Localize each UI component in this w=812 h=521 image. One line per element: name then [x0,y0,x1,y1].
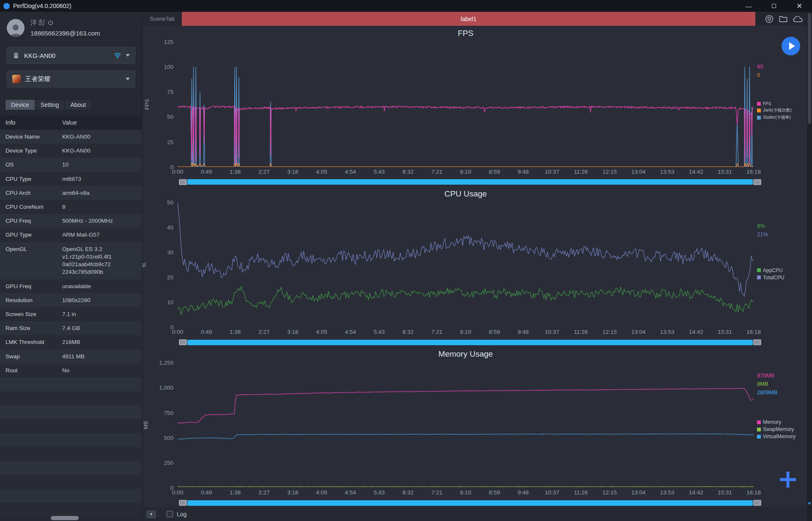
x-tick-label: 11:26 [574,169,588,175]
legend-label: TotalCPU [763,275,785,281]
folder-icon[interactable] [779,15,787,22]
scene-tab[interactable]: SceneTab [143,12,182,26]
scroll-grip-right[interactable] [753,339,761,345]
y-axis: % 50403020100 [143,202,178,327]
scroll-track[interactable] [187,179,753,185]
y-tick-label: 40 [167,224,173,230]
expand-button[interactable]: ▼ [147,510,156,518]
y-axis-label: FPS [144,99,150,109]
info-cell: Device Type [0,144,57,158]
scroll-grip-right[interactable] [753,179,761,185]
plus-icon [778,470,798,489]
power-icon[interactable] [48,20,53,25]
scroll-track[interactable] [187,500,753,506]
device-select[interactable]: KKG-AN00 [7,47,135,64]
chart-title: Memory Usage [178,346,754,363]
vertical-scrollbar[interactable] [807,12,812,521]
memory-chart: Memory Usage MB 1,2501,0007505002500 878… [143,346,807,507]
cloud-icon[interactable] [793,16,803,22]
scroll-grip-left[interactable] [179,500,187,506]
legend-item[interactable]: AppCPU [757,267,785,273]
header-value: Value [57,115,142,130]
current-value: 2809MB [757,389,777,396]
x-tick-label: 10:37 [545,169,559,175]
tab-about[interactable]: About [64,99,92,110]
log-toggle[interactable]: Log [167,511,187,518]
x-tick-label: 5:43 [374,329,385,335]
value-cell: 1080x2280 [57,293,142,307]
value-cell [57,489,142,503]
legend-item[interactable]: SwapMemory [757,426,796,432]
current-values: 878MB8MB2809MB [757,372,777,396]
scroll-grip-right[interactable] [753,500,761,506]
close-button[interactable]: ✕ [787,0,812,12]
legend-swatch-icon [757,420,761,424]
plot-area[interactable] [178,202,754,327]
user-row: 洋 彭 18865662396@163.com [0,12,142,40]
plot-area[interactable] [178,42,754,167]
app-select-value: 王者荣耀 [25,75,121,83]
y-axis: FPS 1251007550250 [143,42,178,167]
current-value: 8MB [757,381,777,387]
value-cell [57,475,142,489]
scene-bar: SceneTab label1 [143,12,807,26]
legend-item[interactable]: Jank(卡顿次数) [757,107,792,113]
bottom-bar: ▼ Log [143,507,807,521]
y-ticks: 1,2501,0007505002500 [154,363,173,488]
sidebar-hscrollbar-thumb[interactable] [51,516,79,520]
chart-hscrollbar[interactable] [179,499,761,507]
maximize-icon [772,4,776,8]
scroll-grip-left[interactable] [179,339,187,345]
current-value: 878MB [757,372,777,379]
legend-item[interactable]: FPS [757,101,792,106]
header-info: Info [0,115,57,130]
series-totalcpu [178,202,754,296]
scroll-down-arrow-icon[interactable] [808,502,811,505]
legend-item[interactable]: VirtualMemory [757,434,796,439]
vertical-scrollbar-thumb[interactable] [808,13,811,124]
play-button[interactable] [782,37,800,55]
value-cell: 500MHz - 2000MHz [57,214,142,228]
log-checkbox[interactable] [167,511,173,517]
table-row: CPU Freq500MHz - 2000MHz [0,214,142,228]
legend-item[interactable]: Memory [757,419,796,425]
chart-title: FPS [178,26,754,42]
minimize-button[interactable]: — [736,0,761,12]
x-tick-label: 15:31 [718,169,732,175]
tab-device[interactable]: Device [5,99,35,110]
legend-item[interactable]: Stutter(卡顿率) [757,115,792,120]
series-appcpu [178,286,754,314]
scroll-track[interactable] [187,340,753,345]
table-row: Screen Size7.1 in [0,307,142,321]
location-icon[interactable] [765,15,774,23]
wifi-icon [114,52,121,59]
x-tick-label: 8:59 [489,329,500,335]
info-cell: GPU Freq [0,279,57,293]
table-header: Info Value [0,115,142,130]
value-cell: arm64-v8a [57,186,142,200]
info-cell: CPU Freq [0,214,57,228]
series-fps [178,106,754,165]
table-row [0,461,142,475]
app-select[interactable]: 王者荣耀 [7,71,135,87]
table-row: RootNo [0,363,142,377]
legend-swatch-icon [757,268,761,272]
info-cell: CPU CoreNum [0,200,57,214]
avatar[interactable] [7,19,25,37]
add-chart-button[interactable] [778,470,798,491]
scene-label[interactable]: label1 [182,12,755,26]
right-panel: 878MB8MB2809MB MemorySwapMemoryVirtualMe… [754,363,807,488]
x-tick-label: 3:16 [287,169,298,175]
scroll-grip-left[interactable] [179,179,187,185]
y-axis-label: % [141,262,147,267]
legend-item[interactable]: TotalCPU [757,275,785,281]
x-tick-label: 9:48 [518,169,529,175]
x-tick-label: 9:48 [518,329,529,335]
tab-setting[interactable]: Setting [35,99,65,110]
chart-hscrollbar[interactable] [179,178,761,186]
chart-hscrollbar[interactable] [179,338,761,346]
maximize-button[interactable] [761,0,787,12]
info-cell [0,503,57,517]
plot-area[interactable] [178,363,754,488]
info-cell: LMK Threshold [0,335,57,349]
